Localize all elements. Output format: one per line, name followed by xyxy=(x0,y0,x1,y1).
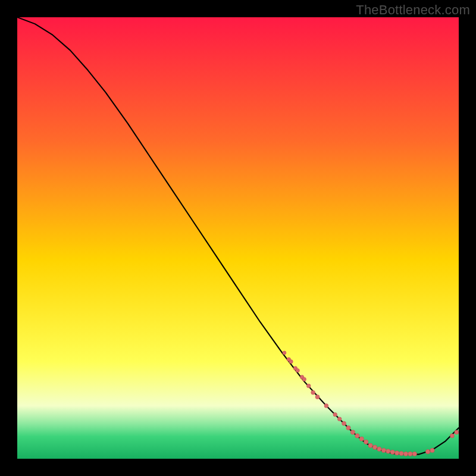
data-marker xyxy=(359,437,364,441)
data-marker xyxy=(372,445,377,449)
chart-svg xyxy=(17,17,459,459)
data-marker xyxy=(368,443,372,447)
data-marker xyxy=(355,434,359,438)
watermark-label: TheBottleneck.com xyxy=(356,2,470,18)
data-marker xyxy=(386,449,390,453)
data-marker xyxy=(346,425,350,430)
data-marker xyxy=(403,452,408,456)
data-marker xyxy=(425,449,430,453)
data-marker xyxy=(333,413,337,417)
data-marker xyxy=(455,430,459,434)
data-marker xyxy=(450,434,454,438)
data-marker xyxy=(342,421,346,425)
data-marker xyxy=(296,368,299,372)
data-marker xyxy=(377,447,381,451)
data-marker xyxy=(311,390,315,394)
data-marker xyxy=(306,384,311,388)
data-marker xyxy=(337,417,342,421)
data-marker xyxy=(430,448,434,452)
data-marker xyxy=(315,395,320,399)
data-marker xyxy=(302,377,306,381)
data-marker xyxy=(412,452,416,456)
data-marker xyxy=(289,360,293,364)
data-marker xyxy=(381,448,386,452)
data-marker xyxy=(364,440,368,444)
data-marker xyxy=(399,451,403,455)
data-marker xyxy=(394,451,399,455)
data-marker xyxy=(350,430,355,434)
data-marker xyxy=(324,404,328,408)
data-marker xyxy=(390,450,394,454)
gradient-background xyxy=(17,17,459,459)
chart-frame: TheBottleneck.com xyxy=(0,0,476,476)
data-marker xyxy=(408,452,412,456)
plot-area xyxy=(17,17,459,459)
data-marker xyxy=(283,351,286,355)
